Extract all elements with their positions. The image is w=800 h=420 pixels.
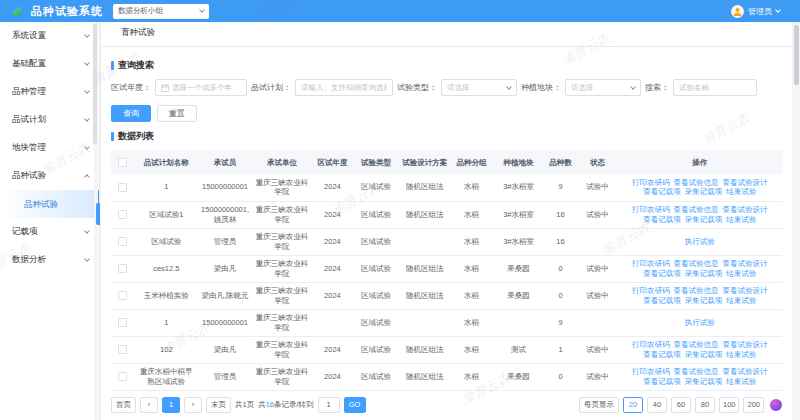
sidebar-item[interactable]: 数据分析 [0, 246, 99, 274]
sidebar-menu: 系统设置基础配置品种管理品试计划地块管理品种试验品种试验记载项数据分析 [0, 22, 99, 274]
operation-link[interactable]: 打印农研码 [632, 205, 670, 214]
row-checkbox[interactable] [118, 210, 127, 219]
row-checkbox[interactable] [118, 237, 127, 246]
page-size-option[interactable]: 200 [743, 397, 764, 413]
sidebar-collapse-handle[interactable] [96, 203, 100, 225]
row-operations: 打印农研码查看试验信息查看试验设计查看记载项采集记载项结束试验 [618, 363, 782, 390]
page-size-option[interactable]: 60 [671, 397, 691, 413]
next-page-button[interactable]: › [184, 397, 202, 413]
table-cell: 15000000001 [198, 174, 252, 201]
operation-link[interactable]: 查看试验信息 [674, 367, 719, 376]
sidebar-subitem[interactable]: 品种试验 [0, 190, 99, 218]
operation-link[interactable]: 采集记载项 [685, 269, 723, 278]
operation-link[interactable]: 查看试验信息 [674, 286, 719, 295]
operation-link[interactable]: 打印农研码 [632, 286, 670, 295]
operation-link[interactable]: 查看记载项 [643, 269, 681, 278]
calendar-icon [161, 84, 169, 92]
operation-link[interactable]: 采集记载项 [685, 377, 723, 386]
row-checkbox[interactable] [118, 291, 127, 300]
year-date-input[interactable]: 选择一个或多个年 [155, 79, 247, 96]
operation-link[interactable]: 查看试验设计 [723, 286, 768, 295]
operation-link[interactable]: 查看记载项 [643, 296, 681, 305]
first-page-button[interactable]: 首页 [111, 397, 136, 413]
row-checkbox[interactable] [118, 345, 127, 354]
execute-test-link[interactable]: 执行试验 [685, 237, 715, 246]
test-type-select[interactable]: 请选择 [441, 79, 517, 96]
plot-select[interactable]: 请选择 [565, 79, 641, 96]
prev-page-button[interactable]: ‹ [140, 397, 158, 413]
operation-link[interactable]: 结束试验 [726, 215, 756, 224]
table-cell: 试验中 [577, 363, 617, 390]
operation-link[interactable]: 结束试验 [726, 350, 756, 359]
operation-link[interactable]: 采集记载项 [685, 296, 723, 305]
page-size-option[interactable]: 20 [623, 397, 643, 413]
operation-link[interactable]: 查看试验设计 [723, 340, 768, 349]
search-input[interactable]: 试验名称 [673, 79, 757, 96]
sidebar-item[interactable]: 记载项 [0, 218, 99, 246]
table-cell: 3#水稻室 [493, 174, 543, 201]
sidebar-item[interactable]: 品试计划 [0, 106, 99, 134]
operation-link[interactable]: 打印农研码 [632, 340, 670, 349]
window-scrollbar-thumb[interactable] [794, 25, 799, 85]
table-cell: 区域试验 [353, 201, 400, 228]
operation-link[interactable]: 查看试验信息 [674, 205, 719, 214]
operation-link[interactable]: 查看记载项 [643, 187, 681, 196]
page-size-option[interactable]: 40 [647, 397, 667, 413]
operation-link[interactable]: 打印农研码 [632, 367, 670, 376]
operation-link[interactable]: 查看试验信息 [674, 178, 719, 187]
execute-test-link[interactable]: 执行试验 [685, 318, 715, 327]
sidebar-item[interactable]: 基础配置 [0, 50, 99, 78]
assistant-float-ball[interactable] [770, 399, 782, 411]
operation-link[interactable]: 查看试验信息 [674, 340, 719, 349]
operation-link[interactable]: 打印农研码 [632, 259, 670, 268]
operation-link[interactable]: 查看记载项 [643, 215, 681, 224]
window-scrollbar-track[interactable] [793, 22, 800, 420]
row-operations: 打印农研码查看试验信息查看试验设计查看记载项采集记载项结束试验 [618, 255, 782, 282]
go-button[interactable]: GO [344, 397, 366, 413]
sidebar-item-label: 数据分析 [12, 254, 46, 266]
operation-link[interactable]: 打印农研码 [632, 178, 670, 187]
top-header: 品种试验系统 数据分析小组 管理员 [0, 0, 800, 22]
row-checkbox[interactable] [118, 183, 127, 192]
operation-link[interactable]: 结束试验 [726, 296, 756, 305]
record-count: 16 [266, 400, 274, 409]
row-checkbox[interactable] [118, 318, 127, 327]
sidebar-item[interactable]: 系统设置 [0, 22, 99, 50]
page-size-option[interactable]: 80 [695, 397, 715, 413]
operation-link[interactable]: 查看试验设计 [723, 259, 768, 268]
row-checkbox[interactable] [118, 372, 127, 381]
team-select-dropdown[interactable]: 数据分析小组 [113, 4, 209, 19]
page-number-button[interactable]: 1 [162, 397, 180, 413]
section-accent-bar [111, 61, 114, 70]
sidebar-item[interactable]: 品种试验 [0, 162, 99, 190]
tab-breeding-test[interactable]: 育种试验 [117, 27, 159, 46]
operation-link[interactable]: 查看记载项 [643, 350, 681, 359]
operation-link[interactable]: 查看试验信息 [674, 259, 719, 268]
operation-link[interactable]: 结束试验 [726, 377, 756, 386]
operation-link[interactable]: 采集记载项 [685, 350, 723, 359]
operation-link[interactable]: 查看试验设计 [723, 178, 768, 187]
operation-link[interactable]: 采集记载项 [685, 215, 723, 224]
goto-page-input[interactable] [318, 397, 340, 413]
operation-link[interactable]: 结束试验 [726, 269, 756, 278]
row-checkbox[interactable] [118, 264, 127, 273]
sidebar-scrollbar-thumb[interactable] [93, 24, 97, 144]
query-button[interactable]: 查询 [111, 105, 151, 122]
operation-link[interactable]: 结束试验 [726, 187, 756, 196]
plan-text-input[interactable]: 请输入、支持模糊查询选择 [295, 79, 393, 96]
operation-link[interactable]: 查看试验设计 [723, 205, 768, 214]
sidebar-item[interactable]: 品种管理 [0, 78, 99, 106]
page-size-option[interactable]: 100 [719, 397, 740, 413]
chevron-down-icon [84, 32, 90, 38]
select-all-checkbox[interactable] [118, 158, 127, 167]
last-page-button[interactable]: 末页 [206, 397, 231, 413]
reset-button[interactable]: 重置 [157, 105, 197, 122]
user-menu[interactable]: 管理员 [731, 5, 780, 18]
sidebar-item[interactable]: 地块管理 [0, 134, 99, 162]
operation-link[interactable]: 采集记载项 [685, 187, 723, 196]
operation-link[interactable]: 查看试验设计 [723, 367, 768, 376]
table-cell: 水稻 [450, 255, 494, 282]
operation-link[interactable]: 查看记载项 [643, 377, 681, 386]
field-label-plan: 品试计划： [251, 82, 291, 93]
table-row: ces12.5梁由凡重庆三峡农业科学院2024区域试验随机区组法水稻果桑园0试验… [111, 255, 782, 282]
